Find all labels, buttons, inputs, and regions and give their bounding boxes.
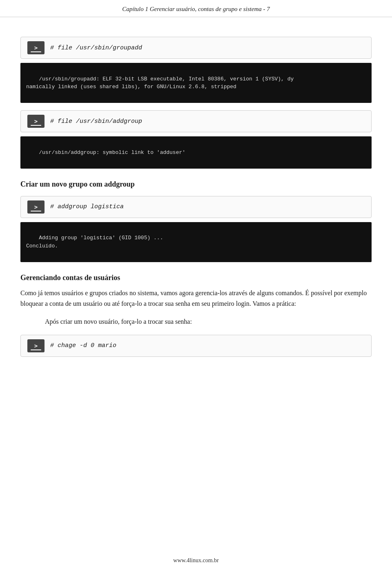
command-text-1: # file /usr/sbin/groupadd xyxy=(50,45,142,51)
page-content: # file /usr/sbin/groupadd /usr/sbin/grou… xyxy=(0,17,392,377)
page-header: Capítulo 1 Gerenciar usuário, contas de … xyxy=(0,0,392,17)
header-title: Capítulo 1 Gerenciar usuário, contas de … xyxy=(122,6,270,12)
command-box-2: # file /usr/sbin/addgroup xyxy=(20,110,372,132)
terminal-icon-2 xyxy=(27,115,45,128)
body-paragraph-1: Como já temos usuários e grupos criados … xyxy=(20,288,372,309)
footer-url: www.4linux.com.br xyxy=(173,557,218,563)
terminal-icon-1 xyxy=(27,41,45,54)
terminal-icon-4 xyxy=(27,339,45,352)
command-text-2: # file /usr/sbin/addgroup xyxy=(50,118,142,125)
command-text-3: # addgroup logistica xyxy=(50,203,124,210)
terminal-icon-3 xyxy=(27,200,45,214)
command-box-1: # file /usr/sbin/groupadd xyxy=(20,37,372,59)
command-text-4: # chage -d 0 mario xyxy=(50,342,116,349)
command-box-4: # chage -d 0 mario xyxy=(20,335,372,357)
indent-paragraph: Após criar um novo usuário, força-lo a t… xyxy=(45,316,372,327)
page-footer: www.4linux.com.br xyxy=(0,549,392,568)
section-heading-2: Gerenciando contas de usuários xyxy=(20,274,372,282)
section-heading-1: Criar um novo grupo com addgroup xyxy=(20,180,372,189)
terminal-output-2: /usr/sbin/addgroup: symbolic link to 'ad… xyxy=(20,136,372,169)
terminal-output-3: Adding group 'logistica' (GID 1005) ... … xyxy=(20,222,372,262)
terminal-output-1: /usr/sbin/groupadd: ELF 32-bit LSB execu… xyxy=(20,63,372,103)
command-box-3: # addgroup logistica xyxy=(20,196,372,218)
